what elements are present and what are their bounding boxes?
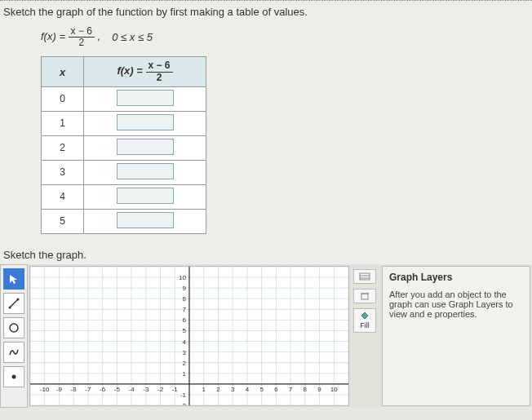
table-row: 0 xyxy=(42,86,206,111)
coordinate-grid: -10-9-8-7-6-5-4-3-2-11234567891012345678… xyxy=(30,267,348,405)
x-cell: 1 xyxy=(42,111,84,135)
svg-line-0 xyxy=(10,299,18,307)
svg-text:4: 4 xyxy=(183,338,187,345)
header-fx: f(x) = x − 6 2 xyxy=(84,57,206,86)
svg-text:-1: -1 xyxy=(172,386,179,393)
graph-options-button[interactable] xyxy=(353,269,376,284)
fill-tool-button[interactable]: Fill xyxy=(353,308,376,333)
table-row: 4 xyxy=(42,184,206,209)
table-row: 1 xyxy=(42,111,206,135)
svg-text:2: 2 xyxy=(183,359,187,366)
graph-canvas[interactable]: -10-9-8-7-6-5-4-3-2-11234567891012345678… xyxy=(29,266,349,406)
svg-text:2: 2 xyxy=(216,386,220,393)
line-icon xyxy=(8,298,20,309)
point-icon xyxy=(8,371,20,382)
layers-title: Graph Layers xyxy=(389,272,523,290)
svg-text:10: 10 xyxy=(330,386,338,393)
x-cell: 4 xyxy=(42,184,84,209)
circle-icon xyxy=(8,322,20,334)
svg-text:-1: -1 xyxy=(180,391,187,399)
header-x: x xyxy=(42,57,84,86)
svg-point-1 xyxy=(9,306,11,308)
table-row: 5 xyxy=(42,209,206,233)
value-input[interactable] xyxy=(117,139,174,155)
value-input[interactable] xyxy=(117,90,174,106)
value-table: x f(x) = x − 6 2 0 1 2 3 4 xyxy=(41,56,206,233)
value-input[interactable] xyxy=(117,212,174,228)
value-cell xyxy=(84,86,206,111)
curve-tool[interactable] xyxy=(3,342,24,363)
value-cell xyxy=(84,209,206,233)
value-table-wrap: x f(x) = x − 6 2 0 1 2 3 4 xyxy=(0,56,532,241)
sketch-label: Sketch the graph. xyxy=(0,242,532,264)
svg-text:1: 1 xyxy=(202,386,206,393)
svg-text:7: 7 xyxy=(289,386,293,393)
point-tool[interactable] xyxy=(3,366,24,387)
svg-text:-2: -2 xyxy=(157,386,164,393)
side-toolbar: Fill xyxy=(351,264,379,408)
svg-text:-6: -6 xyxy=(100,386,106,393)
graph-layers-panel: Graph Layers After you add an object to … xyxy=(382,266,530,406)
function-definition: f(x) = x − 6 2 , 0 ≤ x ≤ 5 xyxy=(0,24,532,56)
svg-point-3 xyxy=(10,324,18,332)
fill-icon xyxy=(359,312,370,320)
svg-text:-9: -9 xyxy=(56,386,63,393)
value-cell xyxy=(84,111,206,135)
svg-text:5: 5 xyxy=(259,386,264,393)
svg-text:5: 5 xyxy=(183,327,187,334)
svg-text:-5: -5 xyxy=(114,386,121,393)
svg-text:1: 1 xyxy=(183,370,187,378)
svg-text:-7: -7 xyxy=(85,386,91,393)
svg-point-4 xyxy=(12,374,16,378)
delete-icon xyxy=(359,292,370,300)
line-tool[interactable] xyxy=(3,293,24,314)
x-cell: 5 xyxy=(42,209,84,233)
table-row: 3 xyxy=(42,160,206,184)
x-cell: 0 xyxy=(42,86,84,111)
value-input[interactable] xyxy=(117,163,174,179)
domain-restriction: 0 ≤ x ≤ 5 xyxy=(112,31,153,43)
fraction: x − 6 2 xyxy=(69,26,95,48)
svg-text:6: 6 xyxy=(274,386,278,393)
svg-text:4: 4 xyxy=(246,386,250,393)
graph-toolbar xyxy=(0,264,28,408)
svg-text:-10: -10 xyxy=(40,386,50,393)
pointer-tool[interactable] xyxy=(3,268,24,290)
svg-text:6: 6 xyxy=(183,316,187,324)
svg-rect-76 xyxy=(360,273,370,280)
circle-tool[interactable] xyxy=(3,317,24,338)
value-cell xyxy=(84,135,206,160)
options-icon xyxy=(359,272,370,281)
svg-point-2 xyxy=(17,298,20,300)
svg-text:8: 8 xyxy=(304,386,308,393)
svg-text:8: 8 xyxy=(183,295,187,303)
svg-rect-79 xyxy=(361,294,368,299)
x-cell: 2 xyxy=(42,135,84,160)
svg-text:9: 9 xyxy=(183,285,187,292)
layers-description: After you add an object to the graph can… xyxy=(389,290,523,319)
curve-icon xyxy=(8,347,20,358)
graph-area: -10-9-8-7-6-5-4-3-2-11234567891012345678… xyxy=(0,264,532,408)
value-input[interactable] xyxy=(117,188,174,204)
x-cell: 3 xyxy=(42,160,84,184)
svg-text:9: 9 xyxy=(317,386,321,393)
value-cell xyxy=(84,184,206,209)
table-row: 2 xyxy=(42,135,206,160)
value-cell xyxy=(84,160,206,184)
value-input[interactable] xyxy=(117,114,174,130)
delete-button[interactable] xyxy=(353,289,376,303)
svg-text:3: 3 xyxy=(183,348,187,356)
problem-prompt: Sketch the graph of the function by firs… xyxy=(0,1,532,24)
pointer-icon xyxy=(8,273,20,285)
svg-text:-2: -2 xyxy=(180,402,187,405)
svg-text:-3: -3 xyxy=(143,386,149,393)
svg-text:7: 7 xyxy=(183,306,187,313)
svg-text:10: 10 xyxy=(179,274,186,281)
svg-text:3: 3 xyxy=(231,386,235,393)
svg-text:-8: -8 xyxy=(71,386,78,393)
svg-text:-4: -4 xyxy=(129,386,135,393)
function-expression: f(x) = x − 6 2 , xyxy=(41,26,100,48)
